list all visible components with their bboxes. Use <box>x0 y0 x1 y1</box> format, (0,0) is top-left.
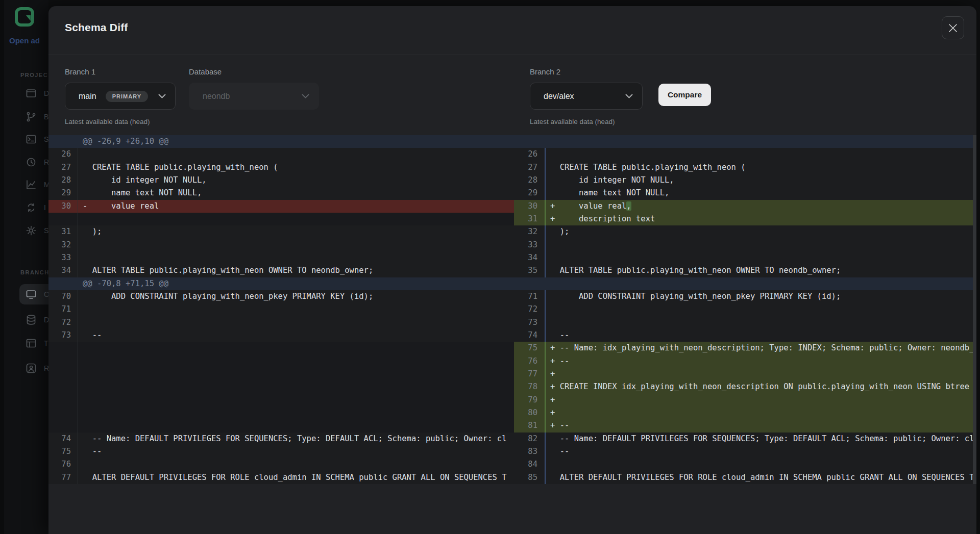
diff-line-text: ALTER DEFAULT PRIVILEGES FOR ROLE cloud_… <box>545 471 976 484</box>
window-icon <box>26 88 37 99</box>
neon-logo[interactable] <box>14 7 35 27</box>
line-number: 27 <box>514 161 545 174</box>
line-number: 79 <box>514 394 545 406</box>
diff-row: 31 ); <box>48 225 514 238</box>
diff-line-text <box>545 277 976 290</box>
line-number <box>48 277 78 290</box>
schema-diff-left-pane[interactable]: @@ -26,9 +26,10 @@26 27 CREATE TABLE pub… <box>48 135 514 484</box>
diff-row: 84 <box>514 458 976 471</box>
word-diff-highlight: , <box>626 201 631 211</box>
sidebar-item-label: S <box>44 226 48 235</box>
diff-row: 80+ <box>514 406 976 419</box>
line-number <box>48 380 78 393</box>
diff-line-text: -- <box>545 329 976 342</box>
line-number: 82 <box>514 433 545 445</box>
diff-row <box>48 406 514 419</box>
sidebar-item-label: I <box>44 204 46 212</box>
git-branch-icon <box>26 111 37 122</box>
diff-row: 75 -- <box>48 445 514 458</box>
branch2-caption: Latest available data (head) <box>530 118 615 125</box>
diff-line-text: ); <box>545 225 976 238</box>
database-label: Database <box>189 67 222 76</box>
table-icon <box>26 338 37 349</box>
diff-row: 74 -- Name: DEFAULT PRIVILEGES FOR SEQUE… <box>48 433 514 445</box>
sidebar-item-user[interactable]: R <box>26 358 48 378</box>
diff-row: 29 name text NOT NULL, <box>48 187 514 199</box>
sidebar-item-git-branch[interactable]: B <box>26 107 48 127</box>
diff-line-text: + <box>545 368 976 380</box>
sidebar-item-label: S <box>44 135 48 143</box>
schema-diff-modal: Schema Diff Branch 1 Database Branch 2 m… <box>48 6 976 534</box>
sidebar-item-terminal[interactable]: S <box>26 129 48 149</box>
diff-line-text <box>78 368 514 380</box>
sidebar-item-gear[interactable]: S <box>26 220 48 241</box>
diff-row: 33 <box>514 239 976 251</box>
diff-line-text <box>78 458 514 471</box>
diff-line-text: id integer NOT NULL, <box>78 174 514 187</box>
diff-row: 78+ CREATE INDEX idx_playing_with_neon_d… <box>514 380 976 393</box>
diff-line-text: ADD CONSTRAINT playing_with_neon_pkey PR… <box>545 290 976 303</box>
diff-row: 71 ADD CONSTRAINT playing_with_neon_pkey… <box>514 290 976 303</box>
sidebar-item-sync[interactable]: I <box>26 197 48 218</box>
sidebar-item-label: B <box>44 113 48 121</box>
diff-scrollbar[interactable] <box>973 135 976 484</box>
diff-row: 27 CREATE TABLE public.playing_with_neon… <box>514 161 976 174</box>
sidebar-item-chart[interactable]: M <box>26 174 48 195</box>
branch2-label: Branch 2 <box>530 67 560 76</box>
line-number: 76 <box>514 355 545 368</box>
diff-line-text <box>78 419 514 432</box>
diff-line-text <box>78 239 514 251</box>
diff-line-text: + <box>545 394 976 406</box>
diff-row <box>48 342 514 354</box>
sidebar-item-label: T <box>44 339 48 347</box>
sidebar-item-history[interactable]: R <box>26 152 48 172</box>
sidebar-item-table[interactable]: T <box>26 333 48 353</box>
diff-row: 29 name text NOT NULL, <box>514 187 976 199</box>
line-number: 27 <box>48 161 78 174</box>
history-icon <box>26 157 37 168</box>
diff-line-text <box>545 316 976 329</box>
diff-line-text: name text NOT NULL, <box>545 187 976 199</box>
line-number: 28 <box>48 174 78 187</box>
diff-hunk-header: @@ -26,9 +26,10 @@ <box>48 135 514 148</box>
diff-line-text: ALTER TABLE public.playing_with_neon OWN… <box>545 264 976 277</box>
sidebar-item-label: R <box>44 364 48 372</box>
diff-line-text <box>78 380 514 393</box>
branch2-select[interactable]: dev/alex <box>530 83 643 110</box>
diff-row: 77 ALTER DEFAULT PRIVILEGES FOR ROLE clo… <box>48 471 514 484</box>
open-admin-banner[interactable]: Open ad <box>9 36 48 45</box>
line-number: 74 <box>48 433 78 445</box>
schema-diff-right-pane[interactable]: 26 27 CREATE TABLE public.playing_with_n… <box>514 135 976 484</box>
diff-line-text: id integer NOT NULL, <box>545 174 976 187</box>
diff-line-text: -- Name: DEFAULT PRIVILEGES FOR SEQUENCE… <box>545 433 976 445</box>
line-number: 72 <box>514 303 545 316</box>
gear-icon <box>26 225 37 236</box>
diff-row: 27 CREATE TABLE public.playing_with_neon… <box>48 161 514 174</box>
diff-row <box>48 355 514 368</box>
branch1-select[interactable]: main PRIMARY <box>65 83 176 110</box>
sidebar-item-database[interactable]: D <box>26 310 48 330</box>
database-select[interactable]: neondb <box>189 83 319 110</box>
diff-line-text: ALTER DEFAULT PRIVILEGES FOR ROLE cloud_… <box>78 471 514 484</box>
sidebar-item-label: O <box>44 290 48 298</box>
line-number: 26 <box>48 148 78 161</box>
neon-logo-icon <box>14 7 35 27</box>
diff-row: 72 <box>48 316 514 329</box>
line-number: 77 <box>48 471 78 484</box>
close-button[interactable] <box>942 16 964 39</box>
diff-line-text: + <box>545 406 976 419</box>
diff-line-text: @@ -70,8 +71,15 @@ <box>78 277 514 290</box>
diff-row: 26 <box>48 148 514 161</box>
sidebar-item-window[interactable]: D <box>26 83 48 104</box>
diff-line-text <box>78 316 514 329</box>
line-number: 76 <box>48 458 78 471</box>
sidebar-item-monitor[interactable]: O <box>19 284 48 304</box>
compare-button[interactable]: Compare <box>658 84 711 106</box>
diff-line-text <box>78 406 514 419</box>
diff-row: 83 -- <box>514 445 976 458</box>
diff-line-text: ); <box>78 225 514 238</box>
close-icon <box>948 23 958 33</box>
page-title: Schema Diff <box>65 21 128 34</box>
diff-line-text: CREATE TABLE public.playing_with_neon ( <box>545 161 976 174</box>
diff-row: 72 <box>514 303 976 316</box>
